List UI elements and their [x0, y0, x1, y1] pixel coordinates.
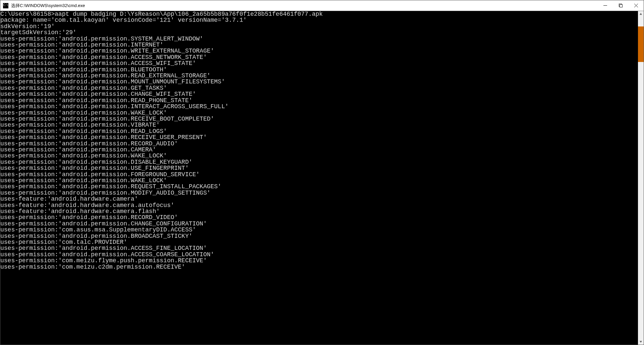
scroll-thumb[interactable]: [638, 26, 644, 62]
close-button[interactable]: [628, 0, 644, 11]
vertical-scrollbar[interactable]: [638, 11, 644, 345]
scroll-up-button[interactable]: [638, 11, 644, 17]
scroll-track[interactable]: [638, 17, 644, 339]
svg-rect-2: [620, 5, 622, 7]
svg-marker-6: [640, 13, 642, 15]
terminal-output[interactable]: C:\Users\86158>aapt dump badging D:\YsRe…: [0, 11, 638, 270]
maximize-button[interactable]: [613, 0, 628, 11]
titlebar[interactable]: 选择C:\WINDOWS\system32\cmd.exe: [0, 0, 644, 11]
minimize-button[interactable]: [597, 0, 613, 11]
terminal-viewport[interactable]: C:\Users\86158>aapt dump badging D:\YsRe…: [0, 11, 638, 345]
cmd-window: 选择C:\WINDOWS\system32\cmd.exe C:\Users\8…: [0, 0, 644, 345]
scroll-down-button[interactable]: [638, 339, 644, 345]
cmd-icon: [3, 3, 8, 8]
client-area: C:\Users\86158>aapt dump badging D:\YsRe…: [0, 11, 644, 345]
window-title: 选择C:\WINDOWS\system32\cmd.exe: [11, 3, 85, 9]
svg-marker-7: [640, 341, 642, 343]
